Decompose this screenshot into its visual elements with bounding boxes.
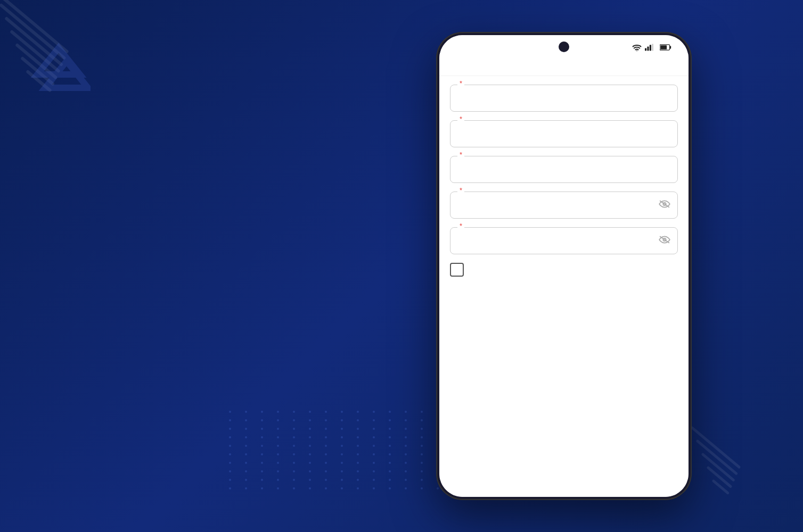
confirm-password-eye-icon[interactable] — [659, 235, 670, 246]
battery-icon — [660, 44, 671, 52]
last-name-field: * — [450, 120, 678, 147]
confirm-password-input[interactable] — [450, 227, 678, 254]
svg-rect-3 — [645, 48, 646, 51]
last-name-label: * — [457, 115, 464, 123]
confirm-password-field: * — [450, 227, 678, 254]
status-icons — [632, 44, 676, 53]
phone-mockup: * * * — [436, 32, 692, 500]
password-eye-icon[interactable] — [659, 200, 670, 211]
left-section — [0, 260, 346, 272]
password-input[interactable] — [450, 192, 678, 219]
svg-rect-9 — [660, 45, 667, 49]
phone-wrapper: * * * — [346, 32, 803, 500]
password-label: * — [457, 186, 464, 194]
status-bar — [439, 35, 689, 61]
registration-form: * * * — [439, 76, 689, 294]
screen-content[interactable]: * * * — [439, 61, 689, 497]
signal-icon — [645, 44, 653, 53]
first-name-label: * — [457, 79, 464, 87]
svg-rect-4 — [647, 46, 649, 51]
email-input[interactable] — [450, 156, 678, 183]
first-name-input[interactable] — [450, 85, 678, 112]
wifi-icon — [632, 44, 642, 53]
email-label: * — [457, 151, 464, 159]
svg-rect-6 — [652, 44, 653, 51]
last-name-input[interactable] — [450, 120, 678, 147]
newsletter-checkbox[interactable] — [450, 263, 464, 277]
first-name-field: * — [450, 85, 678, 112]
email-field: * — [450, 156, 678, 183]
svg-point-2 — [636, 50, 637, 51]
app-header — [439, 61, 689, 76]
confirm-password-label: * — [457, 222, 464, 230]
decorative-chevrons — [27, 32, 91, 98]
password-field: * — [450, 192, 678, 219]
svg-rect-8 — [670, 46, 671, 48]
phone-screen: * * * — [439, 35, 689, 497]
camera-notch — [559, 41, 569, 52]
newsletter-row — [450, 263, 678, 277]
svg-rect-5 — [650, 45, 651, 51]
